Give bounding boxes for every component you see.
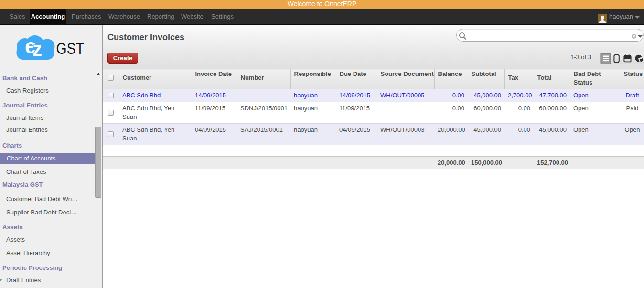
svg-text:z: z: [32, 39, 42, 60]
svg-text:GST: GST: [56, 40, 85, 57]
